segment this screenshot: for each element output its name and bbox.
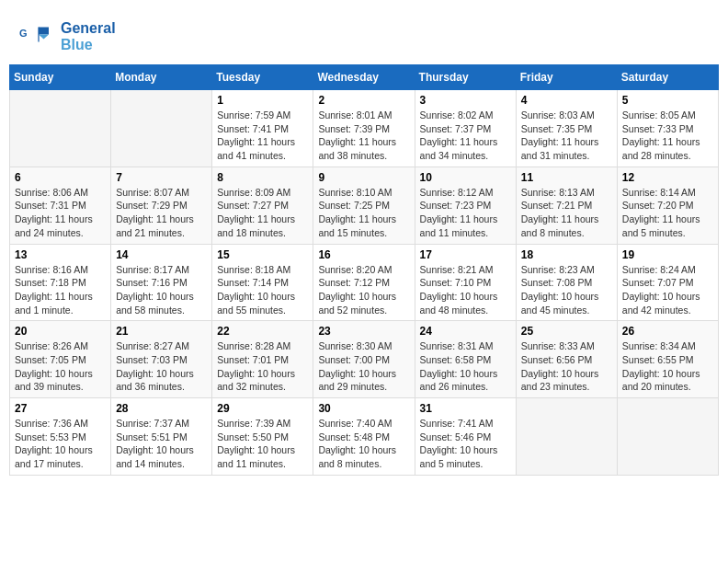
calendar-header-row: SundayMondayTuesdayWednesdayThursdayFrid… [10,65,719,90]
day-info: Sunrise: 8:27 AMSunset: 7:03 PMDaylight:… [116,339,207,394]
day-number: 23 [318,325,409,338]
calendar-cell [111,90,212,167]
calendar-week-5: 27Sunrise: 7:36 AMSunset: 5:53 PMDayligh… [10,398,719,476]
calendar-cell: 14Sunrise: 8:17 AMSunset: 7:16 PMDayligh… [111,244,212,321]
calendar-cell: 30Sunrise: 7:40 AMSunset: 5:48 PMDayligh… [313,398,415,476]
calendar-cell: 24Sunrise: 8:31 AMSunset: 6:58 PMDayligh… [415,321,516,398]
day-info: Sunrise: 8:10 AMSunset: 7:25 PMDaylight:… [318,186,409,240]
calendar-cell [617,398,718,476]
svg-text:G: G [19,28,28,39]
day-number: 8 [217,171,308,184]
weekday-header-wednesday: Wednesday [313,65,415,90]
day-info: Sunrise: 8:02 AMSunset: 7:37 PMDaylight:… [420,109,511,163]
page-header: G General Blue [9,9,719,60]
day-number: 6 [15,171,106,184]
logo-svg: G [18,18,55,55]
day-info: Sunrise: 8:05 AMSunset: 7:33 PMDaylight:… [622,109,713,163]
calendar-cell: 10Sunrise: 8:12 AMSunset: 7:23 PMDayligh… [415,167,516,244]
day-info: Sunrise: 8:20 AMSunset: 7:12 PMDaylight:… [318,263,409,317]
day-number: 15 [217,248,308,261]
day-number: 14 [116,248,207,261]
day-number: 17 [420,248,511,261]
day-number: 10 [420,171,511,184]
calendar-cell: 5Sunrise: 8:05 AMSunset: 7:33 PMDaylight… [617,90,718,167]
calendar-week-3: 13Sunrise: 8:16 AMSunset: 7:18 PMDayligh… [10,244,719,321]
calendar-cell: 16Sunrise: 8:20 AMSunset: 7:12 PMDayligh… [313,244,415,321]
day-number: 4 [521,94,612,107]
day-info: Sunrise: 7:41 AMSunset: 5:46 PMDaylight:… [420,417,511,471]
day-number: 25 [521,325,612,338]
calendar-cell: 23Sunrise: 8:30 AMSunset: 7:00 PMDayligh… [313,321,415,398]
day-info: Sunrise: 8:33 AMSunset: 6:56 PMDaylight:… [521,339,612,394]
calendar-week-2: 6Sunrise: 8:06 AMSunset: 7:31 PMDaylight… [10,167,719,244]
calendar-cell: 1Sunrise: 7:59 AMSunset: 7:41 PMDaylight… [212,90,313,167]
day-info: Sunrise: 8:34 AMSunset: 6:55 PMDaylight:… [622,339,713,394]
day-info: Sunrise: 7:59 AMSunset: 7:41 PMDaylight:… [217,109,308,163]
day-info: Sunrise: 8:16 AMSunset: 7:18 PMDaylight:… [15,263,106,317]
weekday-header-monday: Monday [111,65,212,90]
day-number: 20 [15,325,106,338]
calendar-cell: 11Sunrise: 8:13 AMSunset: 7:21 PMDayligh… [516,167,617,244]
calendar-cell: 3Sunrise: 8:02 AMSunset: 7:37 PMDaylight… [415,90,516,167]
calendar-cell: 29Sunrise: 7:39 AMSunset: 5:50 PMDayligh… [212,398,313,476]
day-number: 24 [420,325,511,338]
day-info: Sunrise: 8:14 AMSunset: 7:20 PMDaylight:… [622,186,713,240]
day-info: Sunrise: 8:12 AMSunset: 7:23 PMDaylight:… [420,186,511,240]
weekday-header-friday: Friday [516,65,617,90]
day-info: Sunrise: 8:07 AMSunset: 7:29 PMDaylight:… [116,186,207,240]
day-info: Sunrise: 8:01 AMSunset: 7:39 PMDaylight:… [318,109,409,163]
day-number: 9 [318,171,409,184]
day-number: 19 [622,248,713,261]
calendar-cell: 18Sunrise: 8:23 AMSunset: 7:08 PMDayligh… [516,244,617,321]
logo-general: General [61,20,116,36]
day-number: 12 [622,171,713,184]
day-number: 13 [15,248,106,261]
calendar-cell: 15Sunrise: 8:18 AMSunset: 7:14 PMDayligh… [212,244,313,321]
logo-blue: Blue [61,37,93,52]
logo: G General Blue [18,18,116,55]
calendar-cell: 27Sunrise: 7:36 AMSunset: 5:53 PMDayligh… [10,398,111,476]
calendar-cell: 19Sunrise: 8:24 AMSunset: 7:07 PMDayligh… [617,244,718,321]
day-info: Sunrise: 8:31 AMSunset: 6:58 PMDaylight:… [420,339,511,394]
calendar-week-4: 20Sunrise: 8:26 AMSunset: 7:05 PMDayligh… [10,321,719,398]
calendar-cell: 9Sunrise: 8:10 AMSunset: 7:25 PMDaylight… [313,167,415,244]
day-number: 31 [420,402,511,415]
day-info: Sunrise: 8:13 AMSunset: 7:21 PMDaylight:… [521,186,612,240]
day-number: 27 [15,402,106,415]
day-info: Sunrise: 8:03 AMSunset: 7:35 PMDaylight:… [521,109,612,163]
day-number: 26 [622,325,713,338]
day-info: Sunrise: 8:30 AMSunset: 7:00 PMDaylight:… [318,339,409,394]
day-number: 30 [318,402,409,415]
calendar-cell: 7Sunrise: 8:07 AMSunset: 7:29 PMDaylight… [111,167,212,244]
calendar-cell [516,398,617,476]
day-number: 28 [116,402,207,415]
day-info: Sunrise: 8:17 AMSunset: 7:16 PMDaylight:… [116,263,207,317]
day-number: 5 [622,94,713,107]
calendar-cell: 13Sunrise: 8:16 AMSunset: 7:18 PMDayligh… [10,244,111,321]
calendar-cell: 31Sunrise: 7:41 AMSunset: 5:46 PMDayligh… [415,398,516,476]
day-info: Sunrise: 8:23 AMSunset: 7:08 PMDaylight:… [521,263,612,317]
calendar-cell [10,90,111,167]
svg-marker-2 [39,35,49,40]
day-info: Sunrise: 8:09 AMSunset: 7:27 PMDaylight:… [217,186,308,240]
calendar-cell: 4Sunrise: 8:03 AMSunset: 7:35 PMDaylight… [516,90,617,167]
calendar-cell: 17Sunrise: 8:21 AMSunset: 7:10 PMDayligh… [415,244,516,321]
calendar-cell: 28Sunrise: 7:37 AMSunset: 5:51 PMDayligh… [111,398,212,476]
calendar-week-1: 1Sunrise: 7:59 AMSunset: 7:41 PMDaylight… [10,90,719,167]
day-number: 16 [318,248,409,261]
day-number: 21 [116,325,207,338]
day-info: Sunrise: 7:39 AMSunset: 5:50 PMDaylight:… [217,417,308,471]
svg-marker-1 [39,28,49,35]
day-number: 18 [521,248,612,261]
calendar-cell: 22Sunrise: 8:28 AMSunset: 7:01 PMDayligh… [212,321,313,398]
day-number: 22 [217,325,308,338]
day-info: Sunrise: 8:28 AMSunset: 7:01 PMDaylight:… [217,339,308,394]
weekday-header-thursday: Thursday [415,65,516,90]
day-number: 11 [521,171,612,184]
day-info: Sunrise: 7:36 AMSunset: 5:53 PMDaylight:… [15,417,106,471]
calendar-cell: 8Sunrise: 8:09 AMSunset: 7:27 PMDaylight… [212,167,313,244]
calendar-cell: 12Sunrise: 8:14 AMSunset: 7:20 PMDayligh… [617,167,718,244]
weekday-header-saturday: Saturday [617,65,718,90]
day-info: Sunrise: 8:24 AMSunset: 7:07 PMDaylight:… [622,263,713,317]
day-number: 7 [116,171,207,184]
